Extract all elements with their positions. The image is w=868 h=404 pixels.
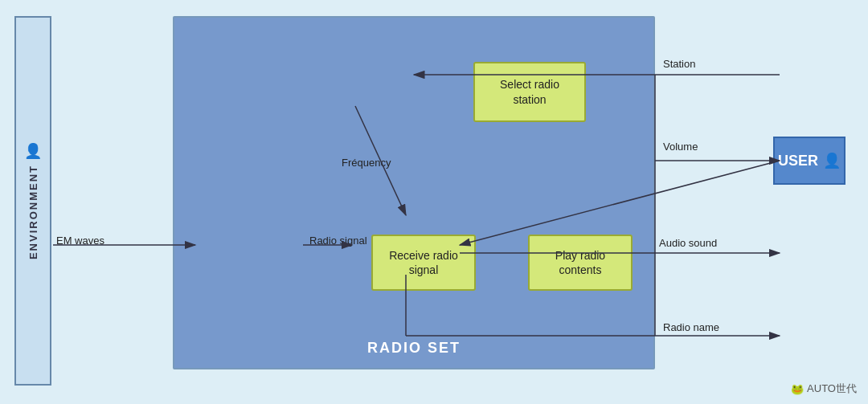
play-radio-contents-box: Play radiocontents — [528, 235, 633, 291]
frequency-label: Fréquency — [342, 157, 391, 169]
select-radio-station-box: Select radiostation — [473, 62, 586, 122]
select-radio-station-label: Select radiostation — [500, 77, 559, 106]
radio-signal-label: Radio signal — [309, 235, 367, 247]
play-radio-contents-label: Play radiocontents — [555, 248, 605, 277]
user-box: USER 👤 — [773, 137, 845, 185]
em-waves-label: EM waves — [56, 235, 104, 247]
receive-radio-signal-box: Receive radiosignal — [371, 235, 476, 291]
user-icon: 👤 — [823, 152, 841, 169]
radio-set-box: RADIO SET Select radiostation Receive ra… — [173, 16, 655, 369]
environment-label: ENVIRONMENT — [27, 165, 39, 259]
station-label: Station — [663, 58, 695, 70]
user-label: USER — [778, 153, 818, 169]
watermark: 🐸 AUTO世代 — [791, 382, 857, 396]
diagram-container: 👤 ENVIRONMENT RADIO SET Select radiostat… — [0, 0, 868, 404]
volume-label: Volume — [663, 141, 698, 153]
watermark-icon: 🐸 — [791, 383, 804, 395]
environment-box: 👤 ENVIRONMENT — [14, 16, 51, 386]
watermark-text: AUTO世代 — [807, 382, 857, 396]
receive-radio-signal-label: Receive radiosignal — [389, 248, 458, 277]
environment-person-icon: 👤 — [24, 142, 42, 160]
audio-sound-label: Audio sound — [659, 237, 717, 249]
radio-set-label: RADIO SET — [367, 340, 461, 357]
radio-name-label: Radio name — [663, 321, 719, 333]
